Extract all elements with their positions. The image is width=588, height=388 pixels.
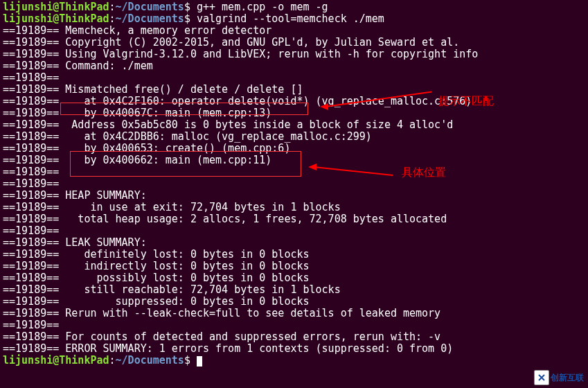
output-line: ==19189== [3, 166, 585, 178]
terminal[interactable]: lijunshi@ThinkPad:~/Documents$ g++ mem.c… [0, 0, 588, 368]
output-line: ==19189== still reachable: 72,704 bytes … [3, 284, 585, 296]
output-line: ==19189== Copyright (C) 2002-2015, and G… [3, 37, 585, 48]
output-line: ==19189== [3, 319, 585, 331]
prompt-line-1: lijunshi@ThinkPad:~/Documents$ g++ mem.c… [3, 1, 585, 13]
output-line: ==19189== at 0x4C2F160: operator delete(… [3, 96, 585, 107]
output-line: ==19189== Rerun with --leak-check=full t… [3, 308, 585, 319]
output-line: ==19189== Memcheck, a memory error detec… [3, 25, 585, 37]
prompt-line-3: lijunshi@ThinkPad:~/Documents$ [3, 355, 585, 367]
output-line: ==19189== For counts of detected and sup… [3, 331, 585, 343]
prompt-colon: : [109, 1, 116, 13]
command-1: g++ mem.cpp -o mem -g [197, 1, 328, 13]
command-2: valgrind --tool=memcheck ./mem [197, 12, 384, 25]
watermark-icon [534, 370, 549, 385]
output-line: ==19189== Mismatched free() / delete / d… [3, 84, 585, 96]
output-line: ==19189== [3, 178, 585, 190]
prompt-line-2: lijunshi@ThinkPad:~/Documents$ valgrind … [3, 13, 585, 25]
annotation-label-2: 具体位置 [402, 166, 446, 178]
prompt-host: ThinkPad [59, 1, 109, 13]
output-line: ==19189== Using Valgrind-3.12.0 and LibV… [3, 48, 585, 60]
watermark-text: 创新互联 [551, 372, 584, 384]
output-line: ==19189== HEAP SUMMARY: [3, 190, 585, 202]
output-line: ==19189== ERROR SUMMARY: 1 errors from 1… [3, 343, 585, 355]
output-line: ==19189== total heap usage: 2 allocs, 1 … [3, 213, 585, 225]
watermark-logo: 创新互联 [534, 370, 584, 385]
output-line: ==19189== LEAK SUMMARY: [3, 237, 585, 249]
output-line: ==19189== indirectly lost: 0 bytes in 0 … [3, 261, 585, 272]
cursor-icon [197, 356, 202, 367]
output-line: ==19189== possibly lost: 0 bytes in 0 bl… [3, 272, 585, 284]
prompt-user: lijunshi [3, 1, 53, 13]
output-line: ==19189== at 0x4C2DBB6: malloc (vg_repla… [3, 131, 585, 143]
output-line: ==19189== suppressed: 0 bytes in 0 block… [3, 296, 585, 308]
output-line: ==19189== [3, 72, 585, 84]
output-line: ==19189== by 0x400653: create() (mem.cpp… [3, 143, 585, 155]
output-line: ==19189== by 0x400662: main (mem.cpp:11) [3, 155, 585, 166]
annotation-label-1: 提示不匹配 [438, 95, 494, 107]
prompt-dollar: $ [184, 1, 190, 13]
output-line: ==19189== in use at exit: 72,704 bytes i… [3, 202, 585, 213]
output-line: ==19189== by 0x40067C: main (mem.cpp:13) [3, 107, 585, 119]
prompt-path: ~/Documents [116, 1, 184, 13]
output-line: ==19189== Address 0x5ab5c80 is 0 bytes i… [3, 119, 585, 131]
prompt-at: @ [53, 1, 59, 13]
output-line: ==19189== Command: ./mem [3, 60, 585, 72]
output-line: ==19189== definitely lost: 0 bytes in 0 … [3, 249, 585, 261]
output-line: ==19189== [3, 225, 585, 237]
